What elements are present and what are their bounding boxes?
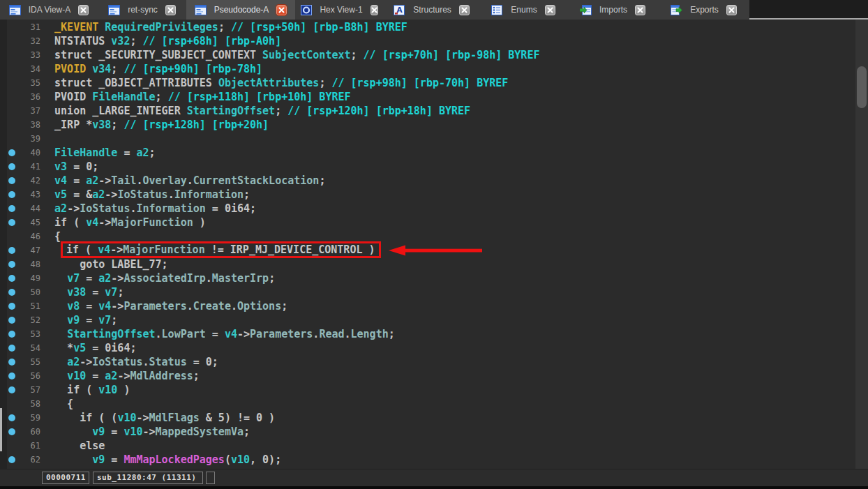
- breakpoint-gutter[interactable]: [0, 439, 21, 453]
- breakpoint-gutter[interactable]: [0, 355, 21, 369]
- breakpoint-dot[interactable]: [8, 373, 15, 379]
- breakpoint-dot[interactable]: [8, 331, 15, 338]
- code-line[interactable]: 55 a2->IoStatus.Status = 0;: [0, 355, 868, 369]
- code-line[interactable]: 61 else: [0, 439, 868, 453]
- code-line[interactable]: 49 v7 = a2->AssociatedIrp.MasterIrp;: [0, 271, 868, 285]
- code-line[interactable]: 52 v9 = v7;: [0, 313, 868, 327]
- breakpoint-dot[interactable]: [8, 205, 15, 212]
- tab-imports[interactable]: Imports: [567, 0, 658, 20]
- breakpoint-gutter[interactable]: [0, 62, 21, 76]
- breakpoint-gutter[interactable]: [0, 202, 21, 216]
- breakpoint-gutter[interactable]: [0, 160, 21, 174]
- breakpoint-gutter[interactable]: [0, 453, 21, 467]
- breakpoint-gutter[interactable]: [0, 34, 21, 48]
- code-line[interactable]: 42 v4 = a2->Tail.Overlay.CurrentStackLoc…: [0, 174, 868, 188]
- code-line[interactable]: 50 v38 = v7;: [0, 285, 868, 299]
- tab-exports[interactable]: Exports: [658, 0, 749, 20]
- code-line[interactable]: 33 struct _SECURITY_SUBJECT_CONTEXT Subj…: [0, 48, 868, 62]
- breakpoint-dot[interactable]: [8, 289, 15, 296]
- tab-close-button[interactable]: [726, 5, 737, 15]
- tab-close-button[interactable]: [78, 5, 89, 15]
- breakpoint-dot[interactable]: [8, 219, 15, 226]
- code-line[interactable]: 44 a2->IoStatus.Information = 0i64;: [0, 202, 868, 216]
- code-line[interactable]: 38 _IRP *v38; // [rsp+128h] [rbp+20h]: [0, 118, 868, 132]
- breakpoint-gutter[interactable]: [0, 230, 21, 243]
- breakpoint-dot[interactable]: [8, 177, 15, 184]
- breakpoint-dot[interactable]: [8, 191, 15, 198]
- code-line[interactable]: 51 v8 = v4->Parameters.Create.Options;: [0, 299, 868, 313]
- breakpoint-gutter[interactable]: [0, 188, 21, 202]
- breakpoint-dot[interactable]: [8, 275, 15, 282]
- code-line[interactable]: 32 NTSTATUS v32; // [rsp+68h] [rbp-A0h]: [0, 34, 868, 48]
- breakpoint-gutter[interactable]: [0, 299, 21, 313]
- breakpoint-dot[interactable]: [8, 317, 15, 324]
- tab-close-button[interactable]: [371, 5, 378, 15]
- tab-enums[interactable]: Enums: [479, 0, 567, 20]
- code-line[interactable]: 43 v5 = &a2->IoStatus.Information;: [0, 188, 868, 202]
- code-line[interactable]: 53 StartingOffset.LowPart = v4->Paramete…: [0, 327, 868, 341]
- breakpoint-gutter[interactable]: [0, 397, 21, 411]
- breakpoint-dot[interactable]: [8, 303, 15, 310]
- breakpoint-gutter[interactable]: [0, 383, 21, 397]
- tab-ret-sync[interactable]: ret-sync: [98, 0, 186, 20]
- breakpoint-gutter[interactable]: [0, 118, 21, 132]
- breakpoint-gutter[interactable]: [0, 425, 21, 439]
- breakpoint-gutter[interactable]: [0, 146, 21, 160]
- breakpoint-gutter[interactable]: [0, 174, 21, 188]
- breakpoint-gutter[interactable]: [0, 243, 21, 257]
- tab-ida-view-a[interactable]: IDA View-A: [0, 0, 98, 20]
- breakpoint-dot[interactable]: [8, 359, 15, 366]
- tab-structures[interactable]: AStructures: [384, 0, 479, 20]
- breakpoint-dot[interactable]: [8, 261, 15, 268]
- breakpoint-dot[interactable]: [8, 163, 15, 170]
- breakpoint-gutter[interactable]: [0, 327, 21, 341]
- code-line[interactable]: 58 {: [0, 397, 868, 411]
- breakpoint-dot[interactable]: [8, 414, 15, 421]
- breakpoint-gutter[interactable]: [0, 285, 21, 299]
- code-line[interactable]: 45 if ( v4->MajorFunction ): [0, 216, 868, 230]
- tab-hex-view-1[interactable]: Hex View-1: [295, 0, 384, 20]
- code-line[interactable]: 62 v9 = MmMapLockedPages(v10, 0);: [0, 453, 868, 467]
- tab-close-button[interactable]: [545, 5, 555, 15]
- breakpoint-gutter[interactable]: [0, 271, 21, 285]
- code-line[interactable]: 48 goto LABEL_77;: [0, 257, 868, 271]
- breakpoint-gutter[interactable]: [0, 369, 21, 383]
- breakpoint-gutter[interactable]: [0, 48, 21, 62]
- breakpoint-gutter[interactable]: [0, 90, 21, 104]
- code-line[interactable]: 56 v10 = a2->MdlAddress;: [0, 369, 868, 383]
- code-line[interactable]: 35 struct _OBJECT_ATTRIBUTES ObjectAttri…: [0, 76, 868, 90]
- code-line[interactable]: 39: [0, 132, 868, 146]
- breakpoint-gutter[interactable]: [0, 20, 21, 34]
- code-line[interactable]: 34 PVOID v34; // [rsp+90h] [rbp-78h]: [0, 62, 868, 76]
- breakpoint-gutter[interactable]: [0, 257, 21, 271]
- code-line[interactable]: 37 union _LARGE_INTEGER StartingOffset; …: [0, 104, 868, 118]
- breakpoint-dot[interactable]: [8, 386, 15, 393]
- code-line[interactable]: 60 v9 = v10->MappedSystemVa;: [0, 425, 868, 439]
- code-line[interactable]: 36 PVOID FileHandle; // [rsp+118h] [rbp+…: [0, 90, 868, 104]
- vertical-scrollbar[interactable]: [855, 20, 868, 469]
- breakpoint-gutter[interactable]: [0, 313, 21, 327]
- code-line[interactable]: 40 FileHandle = a2;: [0, 146, 868, 160]
- breakpoint-dot[interactable]: [8, 456, 15, 463]
- breakpoint-dot[interactable]: [8, 428, 15, 435]
- code-line[interactable]: 41 v3 = 0;: [0, 160, 868, 174]
- tab-close-button[interactable]: [276, 5, 287, 15]
- breakpoint-gutter[interactable]: [0, 216, 21, 230]
- tab-close-button[interactable]: [459, 5, 470, 15]
- tab-close-button[interactable]: [635, 5, 645, 15]
- breakpoint-dot[interactable]: [8, 345, 15, 352]
- tab-pseudocode-a[interactable]: Pseudocode-A: [186, 0, 295, 20]
- scrollbar-thumb[interactable]: [857, 66, 867, 108]
- breakpoint-gutter[interactable]: [0, 76, 21, 90]
- code-line[interactable]: 59 if ( (v10->MdlFlags & 5) != 0 ): [0, 411, 868, 425]
- tab-close-button[interactable]: [165, 5, 176, 15]
- breakpoint-gutter[interactable]: [0, 411, 21, 425]
- code-line[interactable]: 57 if ( v10 ): [0, 383, 868, 397]
- breakpoint-gutter[interactable]: [0, 104, 21, 118]
- code-line[interactable]: 31 _KEVENT RequiredPrivileges; // [rsp+5…: [0, 20, 868, 34]
- breakpoint-gutter[interactable]: [0, 341, 21, 355]
- code-line[interactable]: 54 *v5 = 0i64;: [0, 341, 868, 355]
- pseudocode-editor[interactable]: 31 _KEVENT RequiredPrivileges; // [rsp+5…: [0, 20, 868, 469]
- breakpoint-dot[interactable]: [8, 247, 15, 254]
- breakpoint-gutter[interactable]: [0, 132, 21, 146]
